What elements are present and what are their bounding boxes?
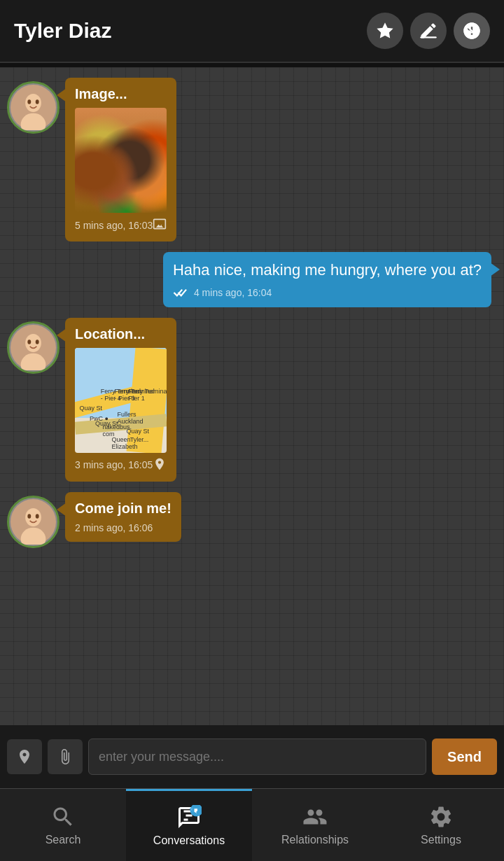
map-label: Tyler... bbox=[130, 436, 149, 443]
svg-point-7 bbox=[25, 334, 41, 352]
nav-label-settings: Settings bbox=[421, 834, 461, 846]
bubble-tail bbox=[57, 328, 66, 342]
message-bubble: Come join me! 2 mins ago, 16:06 bbox=[65, 492, 181, 542]
svg-rect-0 bbox=[420, 36, 436, 38]
header: Tyler Diaz bbox=[0, 0, 504, 63]
svg-point-2 bbox=[25, 94, 41, 112]
location-icon bbox=[153, 457, 167, 473]
svg-point-14 bbox=[27, 514, 31, 519]
message-timestamp: 4 mins ago, 16:04 bbox=[173, 286, 482, 299]
message-bubble: Image... 5 mins ago, 16:03 bbox=[65, 78, 176, 241]
bubble-tail bbox=[57, 503, 66, 517]
bubble-text: Haha nice, making me hungry, where you a… bbox=[173, 260, 482, 281]
chat-area[interactable]: Image... 5 mins ago, 16:03 Haha nice, ma… bbox=[0, 67, 504, 725]
message-row: Image... 5 mins ago, 16:03 bbox=[7, 78, 497, 241]
nav-label-conversations: Conversations bbox=[153, 834, 225, 847]
edit-button[interactable] bbox=[410, 13, 447, 49]
bubble-tail bbox=[57, 88, 66, 102]
nav-label-relationships: Relationships bbox=[281, 834, 349, 846]
location-attach-button[interactable] bbox=[7, 739, 42, 774]
svg-point-9 bbox=[27, 340, 31, 344]
map-label: Quay St bbox=[127, 428, 150, 435]
block-icon bbox=[462, 21, 482, 41]
image-icon bbox=[153, 217, 167, 233]
svg-point-15 bbox=[36, 514, 39, 519]
message-input[interactable] bbox=[88, 738, 426, 775]
bottom-nav: Search Conversations Relationships Setti… bbox=[0, 788, 504, 861]
star-icon bbox=[375, 21, 395, 41]
map-label: Quay St bbox=[80, 405, 103, 412]
message-row: Haha nice, making me hungry, where you a… bbox=[7, 252, 497, 307]
svg-point-10 bbox=[36, 340, 39, 344]
user-avatar-image bbox=[10, 325, 56, 370]
avatar bbox=[7, 81, 59, 134]
map-label: PwC ● bbox=[90, 415, 108, 422]
message-timestamp: 5 mins ago, 16:03 bbox=[75, 217, 167, 233]
user-avatar-image bbox=[10, 499, 56, 545]
map-image: Quay St Quay St Ferry Terminal- Pier 4 F… bbox=[75, 348, 167, 453]
attachment-button[interactable] bbox=[48, 739, 83, 774]
header-title: Tyler Diaz bbox=[14, 19, 367, 43]
message-bubble: Location... Quay St Quay St Ferry Termin… bbox=[65, 318, 176, 482]
nav-item-relationships[interactable]: Relationships bbox=[252, 789, 378, 861]
bubble-tail bbox=[490, 262, 500, 276]
settings-icon bbox=[428, 804, 454, 830]
input-bar: Send bbox=[0, 725, 504, 788]
send-button[interactable]: Send bbox=[432, 738, 497, 775]
attachment-icon bbox=[57, 748, 74, 765]
bubble-wrapper: Come join me! 2 mins ago, 16:06 bbox=[65, 492, 181, 542]
bubble-label: Location... bbox=[75, 326, 167, 342]
star-button[interactable] bbox=[367, 13, 403, 49]
avatar bbox=[7, 321, 59, 374]
message-row: typing... Come join me! 2 mins ago, 16:0… bbox=[7, 492, 497, 548]
block-button[interactable] bbox=[454, 13, 490, 49]
message-timestamp: 3 mins ago, 16:05 bbox=[75, 457, 167, 473]
map-label: FullersAuckland bbox=[117, 411, 143, 425]
map-label: Ferry TerminalPier 1 bbox=[128, 388, 167, 402]
search-icon bbox=[50, 804, 76, 830]
edit-icon bbox=[419, 21, 438, 41]
location-attach-icon bbox=[16, 748, 33, 765]
bubble-label: Image... bbox=[75, 86, 167, 102]
bubble-label: Come join me! bbox=[75, 500, 172, 517]
svg-point-5 bbox=[36, 99, 39, 104]
message-bubble: Haha nice, making me hungry, where you a… bbox=[163, 252, 491, 307]
user-avatar-image bbox=[10, 85, 56, 130]
message-timestamp: 2 mins ago, 16:06 bbox=[75, 522, 172, 533]
relationships-icon bbox=[302, 804, 328, 830]
bubble-wrapper: Location... Quay St Quay St Ferry Termin… bbox=[65, 318, 176, 482]
read-receipt-icon bbox=[173, 286, 188, 299]
message-row: Location... Quay St Quay St Ferry Termin… bbox=[7, 318, 497, 482]
nav-item-search[interactable]: Search bbox=[0, 789, 126, 861]
nav-item-conversations[interactable]: Conversations bbox=[126, 789, 252, 861]
conversations-icon bbox=[176, 805, 202, 830]
food-image bbox=[75, 108, 167, 213]
avatar: typing... bbox=[7, 496, 59, 548]
svg-point-4 bbox=[27, 99, 31, 104]
svg-point-12 bbox=[25, 508, 41, 526]
header-icons bbox=[367, 13, 490, 49]
bubble-wrapper: Image... 5 mins ago, 16:03 bbox=[65, 78, 176, 241]
bubble-wrapper: Haha nice, making me hungry, where you a… bbox=[163, 252, 491, 307]
nav-item-settings[interactable]: Settings bbox=[378, 789, 504, 861]
nav-label-search: Search bbox=[46, 834, 81, 846]
